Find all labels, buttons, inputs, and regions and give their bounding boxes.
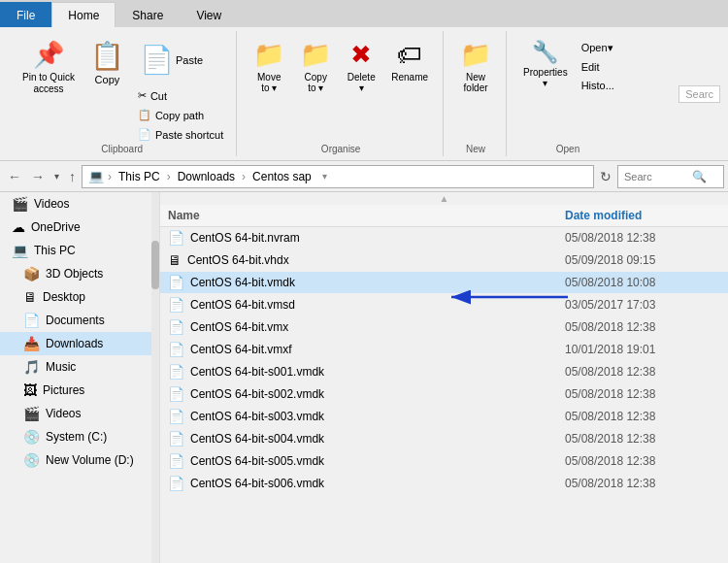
file-row[interactable]: 🖥 CentOS 64-bit.vhdx 05/09/2018 09:15: [160, 249, 728, 272]
file-row[interactable]: 📄 CentOS 64-bit.vmsd 03/05/2017 17:03: [160, 294, 728, 316]
sidebar-item-3d-objects-label: 3D Objects: [46, 267, 103, 281]
paste-shortcut-button[interactable]: 📄 Paste shortcut: [133, 125, 228, 144]
file-name-s002: CentOS 64-bit-s002.vmdk: [190, 387, 565, 401]
file-list-scroll[interactable]: 📄 CentOS 64-bit.nvram 05/08/2018 12:38 🖥…: [160, 227, 728, 495]
sidebar-content: 🎬 Videos ☁ OneDrive 💻 This PC 📦 3D Objec…: [0, 192, 151, 563]
file-date-nvram: 05/08/2018 12:38: [565, 231, 720, 245]
tab-view[interactable]: View: [180, 2, 238, 27]
tab-home[interactable]: Home: [51, 2, 116, 27]
new-folder-button[interactable]: 📁 Newfolder: [453, 35, 498, 98]
file-date-s002: 05/08/2018 12:38: [565, 387, 720, 401]
file-name-s005: CentOS 64-bit-s005.vmdk: [190, 454, 565, 468]
path-downloads[interactable]: Downloads: [175, 169, 238, 184]
tab-share[interactable]: Share: [116, 2, 180, 27]
sidebar-item-onedrive-label: OneDrive: [31, 220, 81, 234]
sidebar-item-onedrive[interactable]: ☁ OneDrive: [0, 215, 151, 239]
file-row[interactable]: 📄 CentOS 64-bit-s006.vmdk 05/08/2018 12:…: [160, 473, 728, 495]
rename-button[interactable]: 🏷 Rename: [384, 35, 435, 87]
sidebar-item-videos-top-label: Videos: [34, 197, 69, 211]
cut-label: Cut: [150, 90, 167, 102]
file-icon-s002: 📄: [168, 386, 184, 402]
edit-label: Edit: [581, 61, 600, 73]
file-row[interactable]: 📄 CentOS 64-bit.nvram 05/08/2018 12:38: [160, 227, 728, 249]
paste-icon: 📄: [140, 44, 174, 76]
path-this-pc[interactable]: This PC: [116, 169, 163, 184]
back-button[interactable]: ←: [4, 167, 25, 186]
recent-button[interactable]: ▾: [50, 169, 63, 183]
file-icon-s003: 📄: [168, 409, 184, 424]
copy-label: Copy: [95, 74, 120, 85]
file-row[interactable]: 📄 CentOS 64-bit-s004.vmdk 05/08/2018 12:…: [160, 428, 728, 450]
paste-button[interactable]: 📄 Paste: [133, 39, 228, 81]
path-centos-sap[interactable]: Centos sap: [249, 169, 314, 184]
copy-path-button[interactable]: 📋 Copy path: [133, 106, 228, 124]
forward-button[interactable]: →: [27, 167, 49, 186]
file-row[interactable]: 📄 CentOS 64-bit-s001.vmdk 05/08/2018 12:…: [160, 361, 728, 383]
sidebar-item-music[interactable]: 🎵 Music: [0, 355, 151, 379]
file-row[interactable]: 📄 CentOS 64-bit-s003.vmdk 05/08/2018 12:…: [160, 406, 728, 428]
file-icon-vmx: 📄: [168, 319, 184, 335]
column-date-modified[interactable]: Date modified: [565, 209, 720, 222]
search-input[interactable]: [624, 171, 692, 182]
copy-to-button[interactable]: 📁 Copyto ▾: [293, 35, 338, 98]
new-folder-icon: 📁: [460, 40, 491, 70]
sidebar-item-3d-objects[interactable]: 📦 3D Objects: [0, 262, 151, 285]
tab-file[interactable]: File: [0, 2, 51, 27]
history-button[interactable]: Histo...: [577, 77, 619, 94]
move-to-icon: 📁: [253, 40, 284, 70]
this-pc-icon: 💻: [12, 243, 28, 258]
cut-button[interactable]: ✂ Cut: [133, 86, 228, 105]
documents-icon: 📄: [23, 313, 40, 328]
new-buttons: 📁 Newfolder: [453, 31, 498, 144]
column-name[interactable]: Name: [168, 209, 565, 222]
file-row[interactable]: 📄 CentOS 64-bit-s005.vmdk 05/08/2018 12:…: [160, 450, 728, 473]
sidebar-item-desktop[interactable]: 🖥 Desktop: [0, 285, 151, 309]
sidebar-item-videos-pc[interactable]: 🎬 Videos: [0, 402, 151, 425]
file-name-vmx: CentOS 64-bit.vmx: [190, 320, 565, 334]
copy-button[interactable]: 📋 Copy: [83, 35, 131, 90]
sidebar-item-videos-pc-label: Videos: [46, 407, 81, 420]
properties-label: Properties▾: [523, 67, 568, 88]
sidebar-scroll-thumb: [151, 241, 159, 289]
address-path-bar[interactable]: 💻 › This PC › Downloads › Centos sap ▾: [82, 165, 594, 188]
delete-button[interactable]: ✖ Delete▾: [340, 35, 382, 98]
move-to-label: Moveto ▾: [257, 72, 281, 93]
tab-bar: File Home Share View: [0, 0, 728, 27]
sidebar-item-documents[interactable]: 📄 Documents: [0, 309, 151, 332]
file-name-s004: CentOS 64-bit-s004.vmdk: [190, 432, 565, 446]
sidebar-item-videos-top[interactable]: 🎬 Videos: [0, 192, 151, 215]
pictures-icon: 🖼: [23, 382, 37, 398]
file-row[interactable]: 📄 CentOS 64-bit.vmxf 10/01/2018 19:01: [160, 339, 728, 361]
sidebar-scrollbar[interactable]: [151, 192, 159, 563]
sidebar-item-system-c-label: System (C:): [46, 430, 107, 444]
sidebar-item-system-c[interactable]: 💿 System (C:): [0, 425, 151, 448]
file-list-wrapper: ▲ Name Date modified 📄 CentOS 64-bit.nvr…: [160, 192, 728, 563]
file-icon-nvram: 📄: [168, 230, 184, 246]
path-dropdown-icon[interactable]: ▾: [322, 171, 327, 182]
refresh-button[interactable]: ↻: [596, 167, 615, 186]
file-row[interactable]: 📄 CentOS 64-bit-s002.vmdk 05/08/2018 12:…: [160, 383, 728, 406]
sidebar-item-pictures[interactable]: 🖼 Pictures: [0, 379, 151, 402]
3d-objects-icon: 📦: [23, 266, 40, 282]
file-row-selected[interactable]: 📄 CentOS 64-bit.vmdk 05/08/2018 10:08: [160, 272, 728, 294]
delete-label: Delete▾: [347, 72, 376, 93]
copy-to-label: Copyto ▾: [305, 72, 327, 93]
file-name-vmxf: CentOS 64-bit.vmxf: [190, 343, 565, 356]
pin-to-quick-access-button[interactable]: 📌 Pin to Quickaccess: [16, 35, 82, 100]
paste-shortcut-icon: 📄: [138, 128, 151, 141]
sidebar-item-music-label: Music: [46, 360, 76, 374]
search-box[interactable]: 🔍: [617, 165, 724, 188]
up-button[interactable]: ↑: [65, 167, 80, 186]
open-dropdown-button[interactable]: Open▾: [577, 39, 619, 57]
file-date-s006: 05/08/2018 12:38: [565, 477, 720, 490]
sidebar-item-new-volume-d[interactable]: 💿 New Volume (D:): [0, 448, 151, 472]
move-to-button[interactable]: 📁 Moveto ▾: [247, 35, 291, 98]
open-small-buttons: Open▾ Edit Histo...: [577, 35, 619, 94]
edit-button[interactable]: Edit: [577, 58, 619, 76]
sidebar-item-this-pc[interactable]: 💻 This PC: [0, 239, 151, 262]
properties-button[interactable]: 🔧 Properties▾: [516, 35, 575, 93]
file-icon-vmsd: 📄: [168, 297, 184, 313]
sidebar-item-downloads[interactable]: 📥 Downloads: [0, 332, 151, 355]
file-date-s004: 05/08/2018 12:38: [565, 432, 720, 446]
file-row[interactable]: 📄 CentOS 64-bit.vmx 05/08/2018 12:38: [160, 316, 728, 339]
